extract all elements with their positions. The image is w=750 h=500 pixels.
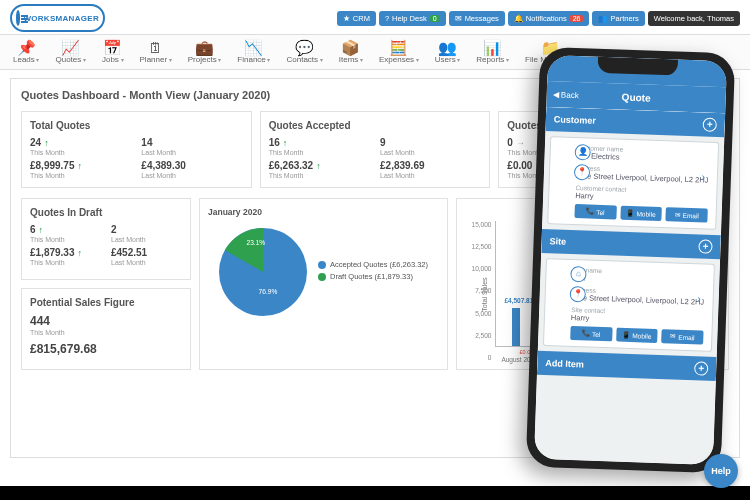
- contacts-icon: 💬: [295, 40, 314, 55]
- card-quotes-accepted: Quotes Accepted 16↑ This Month £6,263.32…: [260, 111, 491, 188]
- trend-flat-icon: →: [516, 138, 525, 148]
- help-button[interactable]: Help: [704, 454, 738, 488]
- trend-up-icon: ↑: [283, 138, 288, 148]
- phone-tel-button[interactable]: 📞 Tel: [574, 204, 616, 219]
- trend-up-icon: ↑: [44, 138, 49, 148]
- welcome-user[interactable]: Welcome back, Thomas: [648, 11, 740, 26]
- top-bar: WORKSMANAGER ★ CRM ? Help Desk 0 ✉ Messa…: [0, 0, 750, 34]
- phone-back-button[interactable]: ◀ Back: [553, 90, 579, 100]
- reports-icon: 📊: [483, 40, 502, 55]
- users-icon: 👥: [438, 40, 457, 55]
- phone-additem-header[interactable]: Add Item+: [537, 351, 717, 381]
- legend-accepted-icon: [318, 261, 326, 269]
- quotes-icon: 📈: [61, 40, 80, 55]
- messages-button[interactable]: ✉ Messages: [449, 11, 505, 26]
- nav-leads[interactable]: 📌Leads: [6, 38, 46, 66]
- phone-title: Quote: [622, 91, 651, 103]
- phone-mobile-button[interactable]: 📱 Mobile: [616, 328, 658, 343]
- dashboard-title: Quotes Dashboard - Month View (January 2…: [21, 89, 270, 101]
- nav-jobs[interactable]: 📅Jobs: [95, 38, 131, 66]
- expenses-icon: 🧮: [389, 40, 408, 55]
- top-buttons: ★ CRM ? Help Desk 0 ✉ Messages 🔔 Notific…: [337, 11, 740, 26]
- add-site-icon[interactable]: +: [698, 239, 712, 253]
- add-item-icon[interactable]: +: [694, 361, 708, 375]
- phone-notch: [597, 57, 678, 76]
- brand-logo[interactable]: WORKSMANAGER: [10, 4, 105, 32]
- planner-icon: 🗓: [148, 40, 163, 55]
- nav-contacts[interactable]: 💬Contacts: [279, 38, 329, 66]
- pie-draft-pct: 23.1%: [247, 239, 266, 246]
- legend-draft-icon: [318, 273, 326, 281]
- nav-planner[interactable]: 🗓Planner: [133, 38, 179, 66]
- projects-icon: 💼: [195, 40, 214, 55]
- jobs-icon: 📅: [103, 40, 122, 55]
- add-customer-icon[interactable]: +: [703, 117, 717, 131]
- partners-button[interactable]: 👥 Partners: [592, 11, 644, 26]
- phone-mockup: ◀ Back Quote Customer+ 👤 Customer name12…: [526, 47, 736, 474]
- chevron-right-icon[interactable]: ›: [697, 293, 701, 304]
- trend-up-icon: ↑: [78, 248, 83, 258]
- helpdesk-badge: 0: [430, 15, 440, 22]
- chevron-right-icon[interactable]: ›: [701, 171, 705, 182]
- items-icon: 📦: [341, 40, 360, 55]
- phone-email-button[interactable]: ✉ Email: [666, 207, 708, 222]
- leads-icon: 📌: [17, 40, 36, 55]
- phone-email-button[interactable]: ✉ Email: [661, 329, 703, 344]
- card-potential-sales: Potential Sales Figure 444 This Month £8…: [21, 288, 191, 370]
- phone-customer-card: 👤 Customer name123 Electrics 📍 AddressDa…: [547, 136, 719, 230]
- crm-button[interactable]: ★ CRM: [337, 11, 376, 26]
- finance-icon: 📉: [244, 40, 263, 55]
- pie-accepted-pct: 76.9%: [259, 288, 278, 295]
- phone-tel-button[interactable]: 📞 Tel: [570, 326, 612, 341]
- card-total-quotes: Total Quotes 24↑ This Month £8,999.75↑ T…: [21, 111, 252, 188]
- notifications-button[interactable]: 🔔 Notifications 26: [508, 11, 590, 26]
- nav-reports[interactable]: 📊Reports: [469, 38, 516, 66]
- nav-finance[interactable]: 📉Finance: [230, 38, 277, 66]
- phone-mobile-button[interactable]: 📱 Mobile: [620, 206, 662, 221]
- phone-site-card: ⌂ Site nameN/A 📍 AddressDale Street Live…: [543, 258, 715, 352]
- phone-site-header[interactable]: Site+: [541, 229, 721, 259]
- quotes-pie-chart: 23.1% 76.9%: [208, 217, 318, 327]
- trend-up-icon: ↑: [316, 161, 321, 171]
- trend-up-icon: ↑: [78, 161, 83, 171]
- logo-e-icon: [16, 10, 20, 26]
- nav-projects[interactable]: 💼Projects: [181, 38, 229, 66]
- nav-items[interactable]: 📦Items: [332, 38, 370, 66]
- nav-expenses[interactable]: 🧮Expenses: [372, 38, 426, 66]
- helpdesk-button[interactable]: ? Help Desk 0: [379, 11, 446, 26]
- brand-name: WORKSMANAGER: [23, 14, 99, 23]
- nav-quotes[interactable]: 📈Quotes: [48, 38, 92, 66]
- notifications-badge: 26: [570, 15, 584, 22]
- card-quotes-draft: Quotes In Draft 6↑ This Month £1,879.33↑…: [21, 198, 191, 280]
- trend-up-icon: ↑: [39, 225, 44, 235]
- bottom-strip: [0, 486, 750, 500]
- nav-users[interactable]: 👥Users: [428, 38, 468, 66]
- pie-chart-card: January 2020 23.1% 76.9% Accepted Quotes…: [199, 198, 448, 370]
- phone-customer-header[interactable]: Customer+: [545, 107, 725, 137]
